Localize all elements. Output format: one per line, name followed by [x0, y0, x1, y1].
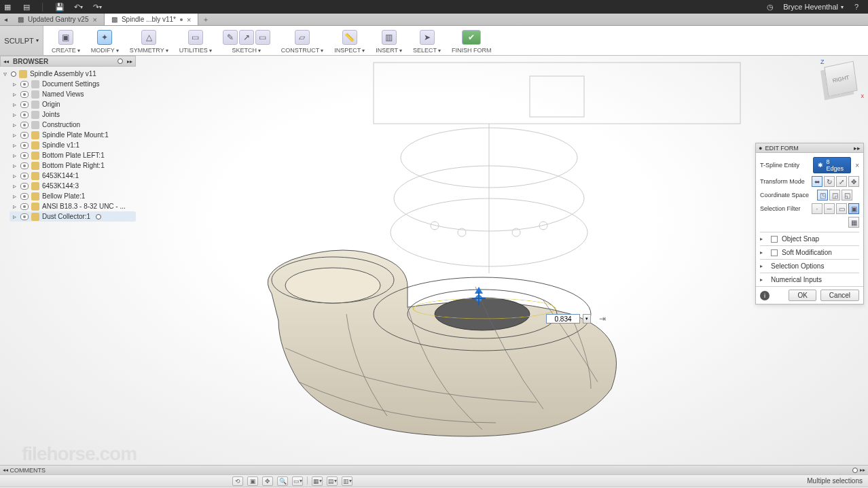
orbit-icon[interactable]: ⟲ [232, 476, 243, 486]
visibility-icon[interactable] [20, 213, 29, 220]
visibility-icon[interactable] [20, 203, 29, 210]
section-soft-mod[interactable]: ▸Soft Modification [760, 249, 859, 256]
visibility-icon[interactable] [20, 122, 29, 128]
browser-item[interactable]: ▹Bottom Plate LEFT:1 [10, 150, 136, 160]
checkbox-icon[interactable] [771, 236, 778, 243]
browser-item[interactable]: ▹6453K144:3 [10, 181, 136, 191]
activate-radio-icon[interactable] [96, 214, 101, 220]
browser-item[interactable]: ▹Construction [10, 120, 136, 130]
visibility-icon[interactable] [20, 162, 29, 169]
browser-item[interactable]: ▹Joints [10, 109, 136, 120]
radio-dot-icon[interactable] [852, 468, 858, 473]
data-panel-toggle-icon[interactable]: ◂ [0, 16, 11, 23]
browser-item[interactable]: ▹6453K144:1 [10, 171, 136, 181]
filter-edge-icon[interactable]: ─ [824, 203, 835, 214]
look-icon[interactable]: ▣ [247, 476, 258, 486]
new-tab-button[interactable]: ＋ [198, 15, 213, 24]
visibility-icon[interactable] [20, 101, 29, 108]
dimension-next-icon[interactable]: ⇥ [599, 314, 606, 324]
browser-header[interactable]: ◂◂ BROWSER ▸▸ [0, 56, 136, 67]
filter-body-icon[interactable]: ▣ [848, 203, 859, 214]
ok-button[interactable]: OK [789, 290, 816, 301]
pin-icon[interactable]: ▸▸ [854, 145, 861, 152]
comments-bar[interactable]: ◂◂ COMMENTS ▸▸ [0, 465, 868, 474]
browser-item[interactable]: ▹Named Views [10, 89, 136, 99]
visibility-icon[interactable] [20, 193, 29, 200]
activity-icon[interactable]: ◷ [765, 2, 775, 12]
grid-icon[interactable]: ▤▾ [327, 476, 338, 486]
visibility-icon[interactable] [20, 91, 29, 98]
browser-item[interactable]: ▹Spindle v1:1 [10, 140, 136, 150]
selection-chip[interactable]: ✱8 Edges [813, 157, 851, 173]
section-selection-options[interactable]: ▸Selection Options [760, 262, 859, 270]
coord-space-2-icon[interactable]: ◲ [829, 190, 840, 201]
radio-dot-icon[interactable] [117, 58, 123, 64]
new-file-icon[interactable]: ▤ [22, 2, 31, 12]
construct-plane-icon[interactable]: ▱ [295, 30, 310, 45]
visibility-icon[interactable] [20, 81, 29, 88]
sketch-pencil-icon[interactable]: ✎ [223, 30, 238, 45]
coord-space-3-icon[interactable]: ◱ [842, 190, 852, 201]
clear-selection-icon[interactable]: × [855, 162, 859, 169]
insert-decal-icon[interactable]: ▥ [382, 30, 397, 45]
visibility-icon[interactable] [20, 132, 29, 139]
undo-icon[interactable]: ↶▾ [74, 2, 84, 12]
browser-item[interactable]: ▹Origin [10, 99, 136, 109]
browser-item[interactable]: ▹ANSI B18.3 - 8-32 UNC - ... [10, 201, 136, 211]
dimension-value-input[interactable] [546, 314, 580, 324]
close-icon[interactable]: × [93, 16, 97, 24]
browser-item[interactable]: ▹Document Settings [10, 79, 136, 89]
viewcube-face[interactable]: RIGHT [824, 61, 857, 97]
sketch-rect-icon[interactable]: ▭ [255, 30, 270, 45]
viewport[interactable]: ▾ ⇥ ◂◂ BROWSER ▸▸ ▿ Spindle Assembly v11… [0, 56, 868, 465]
coord-space-1-icon[interactable]: ◳ [817, 190, 828, 201]
browser-item[interactable]: ▹Dust Collector:1 [10, 211, 136, 222]
panel-header[interactable]: ●EDIT FORM ▸▸ [756, 143, 863, 153]
utilities-icon[interactable]: ▭ [188, 30, 203, 45]
help-icon[interactable]: ? [852, 2, 861, 12]
transform-mode-4-icon[interactable]: ✥ [848, 176, 859, 187]
visibility-icon[interactable] [20, 111, 29, 118]
dimension-dropdown-icon[interactable]: ▾ [583, 314, 591, 324]
browser-item[interactable]: ▹Bottom Plate Right:1 [10, 160, 136, 171]
transform-mode-2-icon[interactable]: ↻ [824, 176, 835, 187]
display-style-icon[interactable]: ▦▾ [312, 476, 323, 486]
section-object-snap[interactable]: ▸Object Snap [760, 235, 859, 243]
filter-face-icon[interactable]: ▭ [836, 203, 847, 214]
transform-mode-1-icon[interactable]: ⬌ [812, 176, 822, 187]
sketch-line-icon[interactable]: ↗ [239, 30, 254, 45]
edit-form-icon[interactable]: ✦ [97, 30, 112, 45]
cancel-button[interactable]: Cancel [820, 290, 859, 301]
filter-extra-icon[interactable]: ▦ [848, 217, 859, 228]
symmetry-icon[interactable]: △ [141, 30, 156, 45]
apps-grid-icon[interactable]: ▦ [3, 2, 12, 12]
inspect-measure-icon[interactable]: 📏 [342, 30, 357, 45]
browser-item[interactable]: ▹Spindle Plate Mount:1 [10, 130, 136, 140]
zoom-icon[interactable]: 🔍 [277, 476, 288, 486]
finish-form-icon[interactable]: ✔ [462, 30, 481, 45]
transform-mode-3-icon[interactable]: ⤢ [836, 176, 847, 187]
viewports-icon[interactable]: ▥▾ [342, 476, 352, 486]
redo-icon[interactable]: ↷▾ [93, 2, 103, 12]
document-tab-2[interactable]: ▩ Spindle ...bly v11* × [105, 14, 199, 25]
visibility-icon[interactable] [20, 183, 29, 190]
info-icon[interactable]: i [760, 291, 770, 300]
document-tab-1[interactable]: ▩ Updated Gantry v25 × [11, 14, 105, 25]
section-numerical-inputs[interactable]: ▸Numerical Inputs [760, 276, 859, 283]
browser-item[interactable]: ▹Bellow Plate:1 [10, 191, 136, 201]
checkbox-icon[interactable] [771, 249, 778, 256]
workspace-switcher[interactable]: SCULPT▾ [0, 26, 43, 55]
user-menu[interactable]: Bryce Heventhal▾ [783, 3, 844, 11]
visibility-icon[interactable] [20, 152, 29, 159]
filter-vertex-icon[interactable]: · [812, 203, 822, 214]
browser-root[interactable]: ▿ Spindle Assembly v11 [0, 69, 136, 79]
save-icon[interactable]: 💾 [55, 2, 65, 12]
pan-icon[interactable]: ✥ [262, 476, 273, 486]
create-box-icon[interactable]: ▣ [58, 30, 73, 45]
fit-icon[interactable]: ▭▾ [292, 476, 303, 486]
visibility-icon[interactable] [20, 142, 29, 149]
viewcube[interactable]: Z RIGHT x [823, 60, 860, 97]
select-arrow-icon[interactable]: ➤ [420, 30, 435, 45]
visibility-icon[interactable] [20, 173, 29, 179]
close-icon[interactable]: × [187, 16, 191, 24]
